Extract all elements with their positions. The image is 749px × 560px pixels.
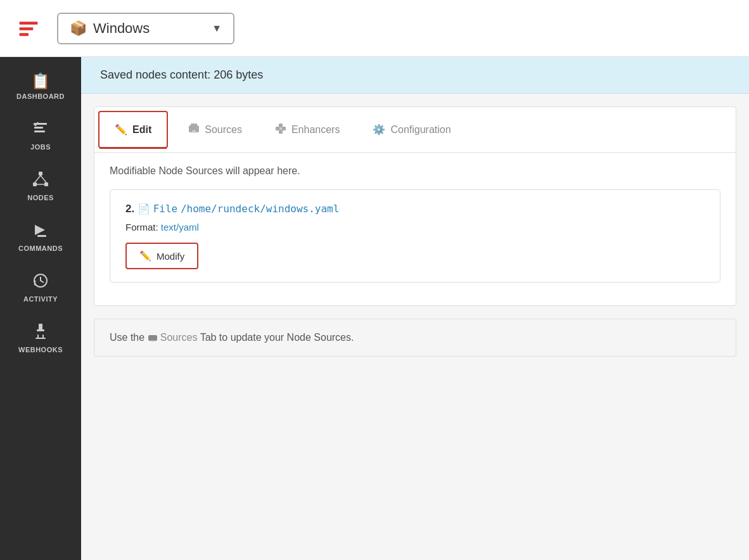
main-panel: ✏️ Edit Sources — [94, 106, 736, 306]
tabs-container: ✏️ Edit Sources — [94, 107, 736, 153]
file-doc-icon: 📄 — [138, 203, 150, 214]
svg-rect-4 — [34, 127, 43, 129]
svg-rect-13 — [37, 235, 46, 237]
svg-rect-19 — [35, 338, 46, 339]
node-source-number: 2. — [125, 203, 134, 215]
jobs-icon — [32, 120, 49, 139]
commands-icon — [32, 222, 49, 241]
sources-hint: Use the Sources Tab to update your Node … — [94, 319, 736, 357]
svg-rect-22 — [192, 130, 196, 132]
header: 📦 Windows ▼ — [0, 0, 749, 57]
sidebar: 📋 DASHBOARD JOBS — [0, 57, 81, 560]
sources-hint-prefix: Use the — [110, 332, 144, 343]
sidebar-item-nodes[interactable]: NODES — [0, 161, 81, 212]
sidebar-item-commands[interactable]: COMMANDS — [0, 212, 81, 262]
sidebar-item-webhooks[interactable]: WEBHOOKS — [0, 313, 81, 364]
edit-tab-label: Edit — [132, 124, 151, 136]
edit-tab-icon: ✏️ — [115, 124, 127, 136]
content-area: Saved nodes content: 206 bytes ✏️ Edit — [81, 57, 749, 560]
dashboard-icon: 📋 — [31, 73, 50, 89]
svg-rect-2 — [20, 33, 29, 36]
sidebar-item-jobs[interactable]: JOBS — [0, 110, 81, 161]
svg-marker-12 — [35, 225, 45, 235]
svg-rect-27 — [279, 127, 282, 130]
svg-rect-15 — [39, 324, 42, 330]
svg-rect-16 — [37, 329, 44, 331]
project-name: Windows — [93, 20, 150, 37]
enhancers-tab-label: Enhancers — [291, 124, 340, 136]
svg-rect-6 — [39, 172, 42, 175]
chevron-down-icon: ▼ — [212, 23, 222, 34]
saved-nodes-banner: Saved nodes content: 206 bytes — [81, 57, 749, 94]
tab-configuration[interactable]: ⚙️ Configuration — [356, 107, 467, 152]
sources-tab-label: Sources — [205, 124, 242, 136]
tab-enhancers[interactable]: Enhancers — [259, 107, 357, 152]
sidebar-item-label: COMMANDS — [18, 245, 63, 252]
sources-hint-sources: Sources — [160, 332, 198, 343]
format-label: Format: — [125, 222, 158, 232]
svg-rect-23 — [276, 127, 279, 130]
modify-pencil-icon: ✏️ — [139, 250, 151, 262]
project-icon: 📦 — [70, 20, 87, 37]
sidebar-item-activity[interactable]: ACTIVITY — [0, 262, 81, 313]
sidebar-item-label: NODES — [27, 194, 54, 201]
svg-rect-25 — [279, 124, 283, 127]
enhancers-tab-icon — [275, 123, 286, 137]
saved-nodes-text: Saved nodes content: 206 bytes — [100, 68, 263, 81]
svg-rect-29 — [151, 340, 155, 341]
logo — [13, 13, 44, 44]
svg-line-9 — [35, 175, 41, 182]
sidebar-item-label: DASHBOARD — [16, 92, 65, 100]
sources-hint-icon — [148, 332, 160, 343]
svg-rect-28 — [148, 335, 157, 341]
webhooks-icon — [32, 323, 49, 342]
sidebar-item-label: WEBHOOKS — [18, 346, 63, 353]
modifiable-text: Modifiable Node Sources will appear here… — [110, 165, 720, 177]
tab-edit[interactable]: ✏️ Edit — [98, 111, 168, 148]
modify-button[interactable]: ✏️ Modify — [125, 243, 198, 269]
sidebar-item-label: JOBS — [30, 143, 51, 151]
svg-rect-8 — [44, 182, 48, 186]
project-selector-left: 📦 Windows — [70, 20, 150, 37]
format-value: text/yaml — [161, 222, 199, 232]
modify-label: Modify — [157, 251, 184, 262]
svg-rect-24 — [282, 127, 286, 130]
svg-line-10 — [41, 175, 46, 182]
file-label: File — [153, 203, 178, 215]
svg-rect-1 — [20, 27, 34, 30]
main-layout: 📋 DASHBOARD JOBS — [0, 57, 749, 560]
svg-rect-21 — [191, 124, 197, 126]
activity-icon — [32, 272, 49, 291]
node-source-item: 2. 📄 File /home/rundeck/windows.yaml For… — [110, 189, 720, 283]
svg-rect-7 — [33, 182, 37, 186]
format-line: Format: text/yaml — [125, 222, 705, 232]
nodes-icon — [32, 171, 49, 190]
svg-rect-26 — [279, 130, 283, 134]
tab-content: Modifiable Node Sources will appear here… — [94, 153, 736, 305]
sidebar-item-dashboard[interactable]: 📋 DASHBOARD — [0, 63, 81, 110]
svg-rect-5 — [34, 130, 45, 132]
app-logo-icon — [17, 17, 40, 40]
svg-rect-0 — [20, 22, 38, 25]
file-path: /home/rundeck/windows.yaml — [181, 203, 339, 215]
project-selector[interactable]: 📦 Windows ▼ — [57, 13, 234, 44]
sources-hint-suffix: Tab to update your Node Sources. — [200, 332, 354, 343]
configuration-tab-label: Configuration — [390, 124, 451, 136]
sidebar-item-label: ACTIVITY — [23, 295, 58, 303]
configuration-tab-icon: ⚙️ — [373, 124, 385, 136]
tab-sources[interactable]: Sources — [172, 107, 259, 152]
sources-tab-icon — [188, 123, 200, 137]
node-source-title: 2. 📄 File /home/rundeck/windows.yaml — [125, 203, 705, 215]
